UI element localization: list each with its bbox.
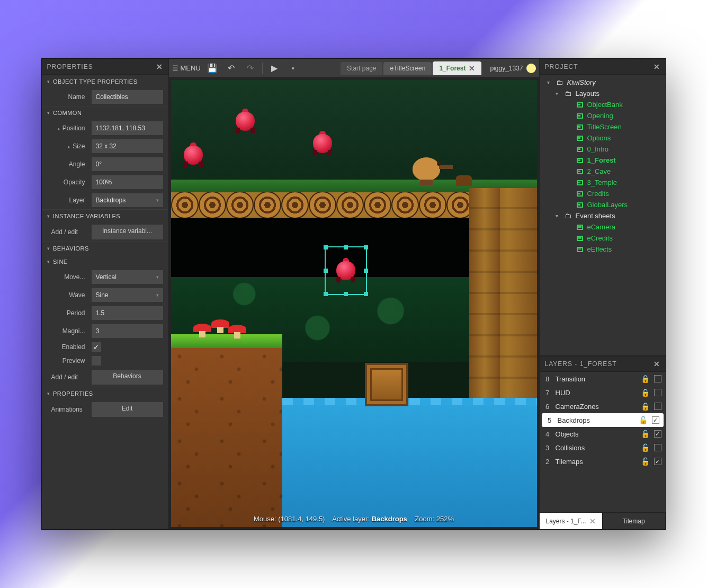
tree-layout-item[interactable]: ObjectBank	[540, 99, 666, 110]
layer-row[interactable]: 8Transition🔒	[540, 372, 666, 386]
user-badge[interactable]: piggy_1337	[490, 64, 535, 73]
tree-layout-item[interactable]: Credits	[540, 188, 666, 199]
angle-field[interactable]: 0°	[92, 157, 163, 171]
redo-icon[interactable]: ↷	[243, 61, 258, 76]
instance-variables-section-header[interactable]: INSTANCE VARIABLES	[42, 209, 168, 222]
lock-icon[interactable]: 🔓	[641, 430, 650, 438]
close-icon[interactable]: ✕	[654, 63, 660, 71]
selected-beetle-sprite[interactable]	[333, 258, 359, 283]
sine-section-header[interactable]: SINE	[42, 255, 168, 268]
lock-icon[interactable]: 🔒	[641, 375, 650, 383]
visibility-checkbox[interactable]: ✓	[652, 416, 659, 424]
layout-canvas[interactable]: Mouse: (1081.4, 149.5) Active layer: Bac…	[171, 80, 537, 527]
tree-layout-item[interactable]: GlobalLayers	[540, 199, 666, 210]
visibility-checkbox[interactable]: ✓	[654, 430, 661, 438]
layer-row[interactable]: 3Collisions🔓	[540, 441, 666, 455]
mushroom-sprite[interactable]	[211, 319, 229, 333]
folder-icon: 🗀	[556, 79, 564, 86]
layer-dropdown[interactable]: Backdrops	[92, 193, 163, 207]
menu-button[interactable]: ☰ MENU	[172, 64, 201, 72]
tree-event-sheet-item[interactable]: eCamera	[540, 221, 666, 233]
tree-folder-layouts[interactable]: ▾ 🗀 Layouts	[540, 88, 666, 99]
layer-row[interactable]: 2Tilemaps🔓✓	[540, 455, 666, 468]
behaviors-section-header[interactable]: BEHAVIORS	[42, 242, 168, 255]
lock-icon[interactable]: 🔒	[641, 402, 650, 411]
enabled-label: Enabled	[51, 343, 88, 351]
lock-icon[interactable]: 🔓	[641, 443, 650, 452]
preview-checkbox[interactable]	[92, 356, 101, 366]
properties-title-label: PROPERTIES	[47, 63, 93, 70]
tab-start-page[interactable]: Start page	[341, 62, 382, 75]
tree-layout-item[interactable]: Opening	[540, 110, 666, 121]
beetle-sprite[interactable]	[310, 131, 335, 156]
tree-layout-item[interactable]: Options	[540, 132, 666, 144]
tab-1-forest[interactable]: 1_Forest ✕	[433, 61, 481, 75]
name-field[interactable]: Collectibles	[92, 90, 163, 104]
tree-layout-item[interactable]: 2_Cave	[540, 166, 666, 177]
magnitude-field[interactable]: 3	[92, 324, 163, 338]
kiwi-sprite[interactable]	[408, 153, 446, 185]
tree-folder-event-sheets[interactable]: ▾ 🗀 Event sheets	[540, 210, 666, 221]
lock-icon[interactable]: 🔒	[641, 388, 650, 397]
size-field[interactable]: 32 x 32	[92, 139, 163, 153]
tab-etitlescreen[interactable]: eTitleScreen	[383, 62, 432, 75]
tree-event-sheet-item[interactable]: eEffects	[540, 244, 666, 255]
layer-number: 8	[544, 375, 551, 383]
visibility-checkbox[interactable]	[654, 375, 661, 382]
tab-close-icon[interactable]: ✕	[589, 517, 596, 525]
tree-label: eCredits	[587, 234, 613, 242]
play-icon[interactable]: ▶	[267, 61, 282, 76]
save-icon[interactable]: 💾	[205, 61, 220, 76]
hamburger-icon: ☰	[172, 64, 178, 72]
play-dropdown-icon[interactable]: ▾	[286, 61, 301, 76]
tree-label: Options	[587, 134, 611, 142]
tree-layout-item[interactable]: 1_Forest	[540, 155, 666, 166]
position-field[interactable]: 1132.181, 118.53	[92, 121, 163, 135]
wave-dropdown[interactable]: Sine	[92, 288, 163, 302]
layer-row[interactable]: 5Backdrops🔓✓	[542, 413, 664, 427]
object-type-section-header[interactable]: OBJECT TYPE PROPERTIES	[42, 75, 168, 88]
mushroom-sprite[interactable]	[228, 325, 246, 338]
layers-panel: LAYERS - 1_FOREST ✕ 8Transition🔒7HUD🔒6Ca…	[540, 355, 666, 529]
lock-icon[interactable]: 🔓	[641, 457, 650, 466]
tree-root[interactable]: ▾ 🗀 KiwiStory	[540, 77, 666, 88]
visibility-checkbox[interactable]: ✓	[654, 458, 661, 465]
layer-label: Layer	[51, 197, 88, 204]
menu-label: MENU	[181, 64, 201, 72]
beetle-sprite[interactable]	[232, 109, 258, 134]
instance-variables-button[interactable]: Instance variabl...	[92, 225, 163, 239]
layer-row[interactable]: 7HUD🔒	[540, 386, 666, 399]
active-layer-value: Backdrops	[372, 515, 407, 523]
movement-dropdown[interactable]: Vertical	[92, 270, 163, 284]
layers-tab[interactable]: Layers - 1_F... ✕	[540, 513, 603, 529]
common-section-header[interactable]: COMMON	[42, 106, 168, 119]
stump-sprite[interactable]	[456, 175, 472, 186]
editor-center: ☰ MENU 💾 ↶ ↷ ▶ ▾ Start page eTitleScreen…	[169, 59, 540, 529]
undo-icon[interactable]: ↶	[224, 61, 239, 76]
layer-name: Objects	[556, 430, 637, 438]
lock-icon[interactable]: 🔓	[639, 416, 648, 424]
close-icon[interactable]: ✕	[156, 63, 163, 71]
layer-row[interactable]: 6CameraZones🔒	[540, 399, 666, 413]
tree-layout-item[interactable]: 3_Temple	[540, 177, 666, 188]
tilemap-tab[interactable]: Tilemap	[603, 513, 666, 529]
behaviors-button[interactable]: Behaviors	[92, 370, 163, 385]
close-icon[interactable]: ✕	[654, 360, 660, 368]
edit-animations-button[interactable]: Edit	[92, 402, 163, 417]
visibility-checkbox[interactable]	[654, 403, 661, 410]
tree-layout-item[interactable]: TitleScreen	[540, 121, 666, 132]
event-sheet-icon	[576, 235, 584, 242]
tab-close-icon[interactable]: ✕	[469, 64, 475, 73]
enabled-checkbox[interactable]: ✓	[92, 342, 101, 352]
period-field[interactable]: 1.5	[92, 306, 163, 320]
opacity-field[interactable]: 100%	[92, 175, 163, 189]
tree-event-sheet-item[interactable]: eCredits	[540, 233, 666, 244]
layer-row[interactable]: 4Objects🔓✓	[540, 427, 666, 441]
mushroom-sprite[interactable]	[193, 324, 211, 337]
layer-number: 4	[544, 430, 551, 438]
properties-sub-section-header[interactable]: PROPERTIES	[42, 387, 168, 400]
visibility-checkbox[interactable]	[654, 444, 661, 451]
visibility-checkbox[interactable]	[654, 389, 661, 396]
tree-layout-item[interactable]: 0_Intro	[540, 144, 666, 155]
beetle-sprite[interactable]	[181, 142, 206, 168]
